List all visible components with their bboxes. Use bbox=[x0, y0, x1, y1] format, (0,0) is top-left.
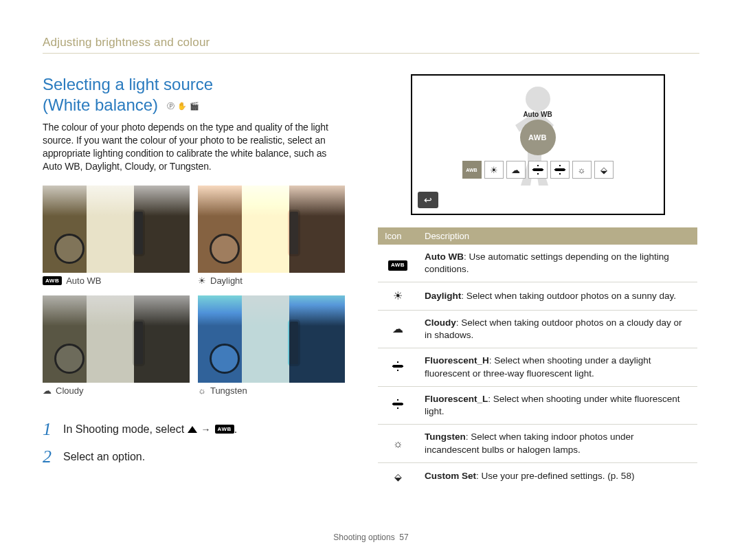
two-column-layout: Selecting a light source (White balance)… bbox=[43, 74, 699, 490]
thumb-text-awb: Auto WB bbox=[66, 276, 101, 286]
thumbnail-tungsten bbox=[198, 295, 345, 383]
step-1-end: . bbox=[234, 423, 237, 435]
table-header-row: Icon Description bbox=[378, 227, 697, 245]
awb-circle-icon: AWB bbox=[520, 120, 556, 155]
thumb-label-cloudy: ☁ Cloudy bbox=[43, 385, 190, 396]
table-row: Fluorescent_H: Select when shooting unde… bbox=[378, 348, 697, 386]
table-row: ⬙ Custom Set: Use your pre-defined setti… bbox=[378, 462, 697, 490]
cell-desc: Tungsten: Select when taking indoor phot… bbox=[418, 425, 697, 462]
custom-set-icon: ⬙ bbox=[394, 471, 402, 482]
back-button[interactable]: ↩ bbox=[418, 192, 438, 208]
cell-icon: ☀ bbox=[378, 282, 418, 311]
right-column: Auto WB AWB AWB ☀ ☁ ☼ ⬙ ↩ Icon Descripti… bbox=[378, 74, 697, 490]
awb-badge-icon: AWB bbox=[215, 425, 234, 434]
awb-badge-icon: AWB bbox=[43, 276, 62, 285]
wb-option-cloudy[interactable]: ☁ bbox=[506, 161, 526, 179]
thumbnail-grid: AWB Auto WB ☀ Daylight ☁ Cloudy bbox=[43, 186, 345, 403]
cell-icon: AWB bbox=[378, 245, 418, 282]
wb-option-daylight[interactable]: ☀ bbox=[484, 161, 504, 179]
table-row: AWB Auto WB: Use automatic settings depe… bbox=[378, 245, 697, 282]
cell-desc: Fluorescent_L: Select when shooting unde… bbox=[418, 386, 697, 424]
wb-description-table: Icon Description AWB Auto WB: Use automa… bbox=[378, 227, 697, 490]
footer-page-number: 57 bbox=[399, 533, 408, 542]
cell-icon: ☁ bbox=[378, 311, 418, 348]
mode-icons: Ⓟ ✋ 🎬 bbox=[167, 102, 199, 111]
mode-video-icon: 🎬 bbox=[190, 102, 199, 111]
cloud-icon: ☁ bbox=[392, 323, 403, 335]
wb-option-awb[interactable]: AWB bbox=[462, 161, 482, 179]
fluorescent-icon bbox=[392, 399, 404, 409]
cell-icon: ⬙ bbox=[378, 462, 418, 490]
sun-icon: ☀ bbox=[198, 276, 206, 286]
cell-desc: Fluorescent_H: Select when shooting unde… bbox=[418, 348, 697, 386]
bulb-icon: ☼ bbox=[198, 385, 206, 396]
cell-desc: Auto WB: Use automatic settings dependin… bbox=[418, 245, 697, 282]
step-1-text: In Shooting mode, select bbox=[63, 423, 184, 435]
thumb-label-daylight: ☀ Daylight bbox=[198, 276, 345, 286]
wb-option-tungsten[interactable]: ☼ bbox=[572, 161, 592, 179]
camera-screen: Auto WB AWB AWB ☀ ☁ ☼ ⬙ ↩ bbox=[411, 74, 665, 215]
selected-wb-label: Auto WB bbox=[523, 111, 552, 118]
section-header: Adjusting brightness and colour bbox=[43, 36, 699, 54]
wb-option-fluorescent-h[interactable] bbox=[528, 161, 548, 179]
sun-icon: ☀ bbox=[393, 290, 403, 302]
thumbnail-cloudy bbox=[43, 295, 190, 383]
fluorescent-icon bbox=[392, 361, 404, 371]
fluorescent-icon bbox=[554, 165, 566, 175]
step-1: In Shooting mode, select → AWB . bbox=[43, 419, 345, 440]
step-2-text: Select an option. bbox=[63, 451, 145, 463]
cell-desc: Cloudy: Select when taking outdoor photo… bbox=[418, 311, 697, 348]
left-column: Selecting a light source (White balance)… bbox=[43, 74, 345, 490]
arrow-right-icon: → bbox=[201, 424, 211, 435]
step-2: Select an option. bbox=[43, 447, 345, 467]
thumb-text-daylight: Daylight bbox=[210, 276, 243, 286]
table-row: ☁ Cloudy: Select when taking outdoor pho… bbox=[378, 311, 697, 348]
page-title: Selecting a light source (White balance)… bbox=[43, 74, 345, 115]
cell-icon bbox=[378, 348, 418, 386]
back-arrow-icon: ↩ bbox=[424, 194, 432, 205]
cloud-icon: ☁ bbox=[43, 385, 52, 396]
wb-option-fluorescent-l[interactable] bbox=[550, 161, 570, 179]
table-row: ☀ Daylight: Select when taking outdoor p… bbox=[378, 282, 697, 311]
steps-list: In Shooting mode, select → AWB . Select … bbox=[43, 419, 345, 467]
thumbnail-daylight bbox=[198, 186, 345, 273]
fluorescent-icon bbox=[532, 165, 544, 175]
bulb-icon: ☼ bbox=[393, 438, 403, 449]
intro-paragraph: The colour of your photo depends on the … bbox=[43, 121, 345, 173]
thumb-text-tungsten: Tungsten bbox=[210, 385, 247, 396]
selected-wb-display: Auto WB AWB bbox=[520, 111, 556, 155]
cell-desc: Custom Set: Use your pre-defined setting… bbox=[418, 462, 697, 490]
thumbnail-auto-wb bbox=[43, 186, 190, 273]
thumb-label-tungsten: ☼ Tungsten bbox=[198, 385, 345, 396]
svg-point-0 bbox=[526, 87, 550, 111]
table-row: ☼ Tungsten: Select when taking indoor ph… bbox=[378, 425, 697, 462]
cell-icon: ☼ bbox=[378, 425, 418, 462]
th-icon: Icon bbox=[378, 227, 418, 245]
mode-hand-icon: ✋ bbox=[177, 102, 187, 111]
cell-desc: Daylight: Select when taking outdoor pho… bbox=[418, 282, 697, 311]
thumb-label-auto-wb: AWB Auto WB bbox=[43, 276, 190, 286]
cell-icon bbox=[378, 386, 418, 424]
footer-section: Shooting options bbox=[333, 533, 394, 542]
wb-option-custom[interactable]: ⬙ bbox=[594, 161, 614, 179]
triangle-up-icon bbox=[188, 426, 197, 433]
wb-option-row: AWB ☀ ☁ ☼ ⬙ bbox=[462, 161, 614, 179]
thumb-text-cloudy: Cloudy bbox=[56, 385, 83, 396]
th-description: Description bbox=[418, 227, 697, 245]
page-footer: Shooting options 57 bbox=[0, 533, 742, 542]
table-row: Fluorescent_L: Select when shooting unde… bbox=[378, 386, 697, 424]
title-line-2: (White balance) bbox=[43, 96, 158, 114]
title-line-1: Selecting a light source bbox=[43, 75, 213, 93]
mode-p-icon: Ⓟ bbox=[167, 102, 175, 111]
awb-badge-icon: AWB bbox=[388, 260, 407, 271]
